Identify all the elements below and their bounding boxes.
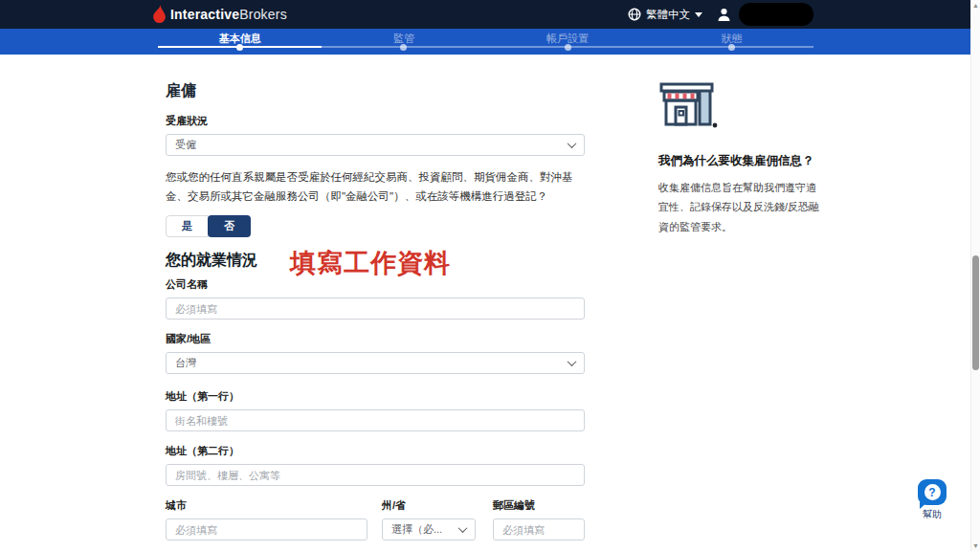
brand-name: InteractiveBrokers	[170, 7, 287, 22]
redacted-username	[739, 3, 813, 26]
scroll-down-arrow[interactable]: ▼	[971, 542, 980, 549]
chevron-down-icon	[568, 139, 577, 148]
chevron-down-icon	[568, 357, 577, 366]
step-dot	[236, 44, 243, 51]
help-label: 幫助	[914, 508, 950, 521]
company-name-input[interactable]	[166, 298, 585, 320]
city-label: 城市	[166, 498, 368, 513]
state-label: 州/省	[382, 498, 476, 513]
help-button[interactable]: ? 幫助	[914, 479, 950, 521]
flame-icon	[153, 5, 166, 24]
globe-icon	[628, 8, 641, 21]
question-mark-icon: ?	[924, 484, 941, 500]
yes-no-toggle: 是 否	[166, 215, 585, 237]
vertical-scrollbar: ▲ ▼	[970, 0, 980, 551]
account-menu[interactable]	[717, 3, 813, 26]
chevron-down-icon	[458, 523, 468, 533]
state-select[interactable]: 選擇（必...	[382, 518, 476, 540]
address1-label: 地址（第一行）	[166, 389, 585, 404]
step-account-config[interactable]: 帳戶設置	[486, 29, 650, 55]
step-status[interactable]: 狀態	[650, 29, 813, 55]
language-selector[interactable]: 繁體中文	[628, 8, 702, 22]
page-title: 雇傭	[166, 81, 585, 101]
step-basic-info[interactable]: 基本信息	[158, 29, 322, 55]
caret-down-icon	[695, 12, 702, 17]
scrollbar-thumb[interactable]	[972, 255, 979, 370]
employment-form: 雇傭 受雇狀況 受僱 您或您的任何直系親屬是否受雇於任何經紀交易商、投資顧問、期…	[166, 55, 585, 551]
progress-bar: 基本信息 監管 帳戶設置 狀態	[0, 29, 970, 55]
scroll-up-arrow[interactable]: ▲	[971, 2, 980, 9]
step-dot	[728, 44, 735, 51]
affiliation-question: 您或您的任何直系親屬是否受雇於任何經紀交易商、投資顧問、期貨佣金商、對沖基金、交…	[166, 167, 585, 206]
sidebar-body: 收集雇傭信息旨在幫助我們遵守適宜性、記錄保存以及反洗錢/反恐融資的監管要求。	[658, 178, 823, 236]
address2-label: 地址（第二行）	[166, 444, 585, 458]
address1-input[interactable]	[166, 409, 585, 431]
help-bubble-icon: ?	[918, 479, 947, 505]
sidebar-title: 我們為什么要收集雇佣信息？	[658, 153, 823, 169]
country-label: 國家/地區	[166, 332, 585, 346]
language-label: 繁體中文	[646, 8, 690, 22]
top-header: InteractiveBrokers 繁體中文	[0, 0, 970, 29]
postal-input[interactable]	[493, 518, 585, 540]
step-dot	[565, 44, 571, 51]
postal-label: 郵區編號	[493, 498, 585, 513]
user-icon	[717, 8, 731, 22]
employment-section-title: 您的就業情況	[166, 252, 257, 268]
yes-button[interactable]: 是	[166, 215, 209, 237]
address2-input[interactable]	[166, 464, 585, 486]
info-sidebar: 我們為什么要收集雇佣信息？ 收集雇傭信息旨在幫助我們遵守適宜性、記錄保存以及反洗…	[658, 80, 823, 236]
storefront-icon	[658, 80, 718, 132]
red-annotation: 填寫工作資料	[290, 246, 451, 280]
employment-status-label: 受雇狀況	[166, 114, 585, 128]
brand-logo: InteractiveBrokers	[153, 5, 287, 24]
step-regulatory[interactable]: 監管	[322, 29, 485, 55]
employment-status-select[interactable]: 受僱	[166, 134, 585, 156]
city-input[interactable]	[166, 518, 368, 540]
no-button[interactable]: 否	[208, 215, 251, 237]
step-dot	[400, 44, 407, 51]
country-select[interactable]: 台灣	[166, 352, 585, 374]
